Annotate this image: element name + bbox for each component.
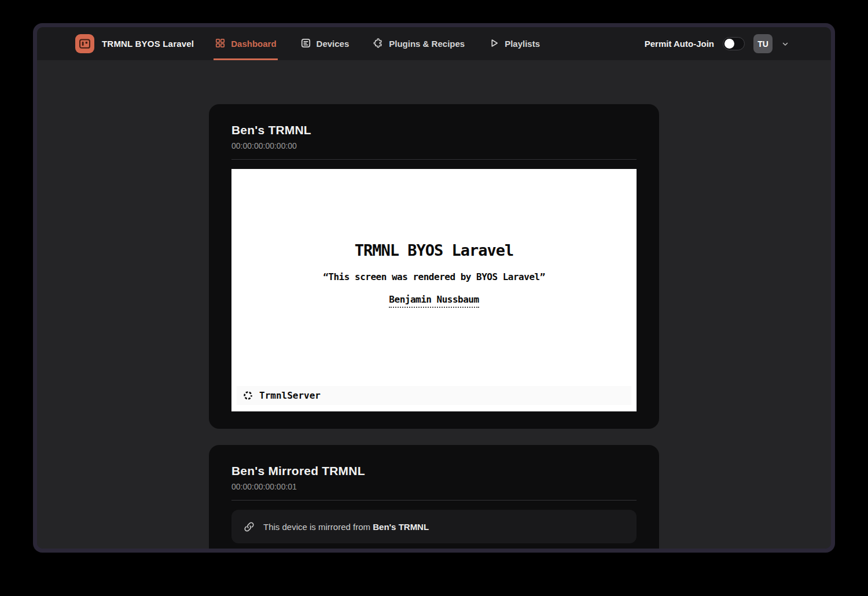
permit-auto-join-label: Permit Auto-Join — [645, 39, 714, 49]
spinner-icon — [242, 390, 253, 401]
toggle-knob — [724, 39, 734, 49]
user-avatar[interactable]: TU — [753, 34, 773, 53]
app-window: TRMNL BYOS Laravel Dashboard — [33, 23, 835, 553]
tab-plugins-recipes[interactable]: Plugins & Recipes — [372, 27, 466, 60]
screen-title-bar: TrmnlServer — [237, 386, 631, 405]
screen-quote: “This screen was rendered by BYOS Larave… — [323, 271, 545, 282]
nav-right: Permit Auto-Join TU — [645, 27, 789, 60]
mirror-source-device: Ben's TRMNL — [373, 522, 429, 532]
puzzle-icon — [373, 38, 384, 50]
divider — [231, 159, 637, 160]
grid-icon — [215, 38, 226, 50]
screen-title: TRMNL BYOS Laravel — [355, 241, 514, 259]
tab-devices[interactable]: Devices — [299, 27, 351, 60]
mirror-notice-text: This device is mirrored from Ben's TRMNL — [263, 522, 429, 532]
plugin-label: TrmnlServer — [259, 390, 321, 401]
permit-auto-join-toggle[interactable] — [723, 37, 745, 50]
chevron-down-icon[interactable] — [781, 40, 789, 48]
device-mac-address: 00:00:00:00:00:00 — [231, 141, 637, 150]
tab-playlists[interactable]: Playlists — [487, 27, 541, 60]
brand[interactable]: TRMNL BYOS Laravel — [75, 27, 194, 60]
screen-author: Benjamin Nussbaum — [389, 294, 479, 308]
tab-label: Dashboard — [231, 39, 276, 49]
play-icon — [488, 38, 499, 50]
divider — [231, 500, 637, 501]
device-card-bens-trmnl: Ben's TRMNL 00:00:00:00:00:00 TRMNL BYOS… — [209, 104, 659, 429]
tab-label: Plugins & Recipes — [389, 39, 465, 49]
link-icon — [243, 521, 255, 533]
screen-content: TRMNL BYOS Laravel “This screen was rend… — [231, 169, 637, 380]
device-mac-address: 00:00:00:00:00:01 — [231, 482, 637, 491]
nav-tabs: Dashboard Devices — [214, 27, 562, 60]
mirror-notice: This device is mirrored from Ben's TRMNL — [231, 510, 637, 543]
top-navbar: TRMNL BYOS Laravel Dashboard — [37, 27, 831, 60]
tab-label: Playlists — [505, 39, 540, 49]
device-name: Ben's Mirrored TRMNL — [231, 464, 637, 478]
trmnl-logo-icon — [75, 34, 94, 53]
tab-label: Devices — [317, 39, 350, 49]
device-name: Ben's TRMNL — [231, 123, 637, 137]
dashboard-content: Ben's TRMNL 00:00:00:00:00:00 TRMNL BYOS… — [37, 60, 831, 549]
devices-icon — [300, 38, 311, 50]
device-card-bens-mirrored-trmnl: Ben's Mirrored TRMNL 00:00:00:00:00:01 T… — [209, 445, 659, 549]
app-window-inner: TRMNL BYOS Laravel Dashboard — [37, 27, 831, 549]
app-title: TRMNL BYOS Laravel — [102, 39, 194, 49]
tab-dashboard[interactable]: Dashboard — [214, 27, 277, 60]
device-screen-preview: TRMNL BYOS Laravel “This screen was rend… — [231, 169, 637, 411]
